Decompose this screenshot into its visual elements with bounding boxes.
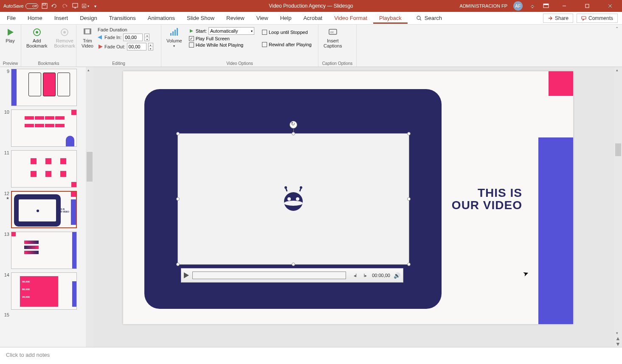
- comments-label: Comments: [588, 15, 613, 21]
- player-timeline[interactable]: [192, 272, 346, 279]
- tab-transitions[interactable]: Transitions: [103, 13, 142, 23]
- player-step-forward-button[interactable]: I▸: [362, 273, 369, 278]
- start-icon: [189, 29, 194, 33]
- video-object[interactable]: [177, 133, 409, 265]
- tab-acrobat[interactable]: Acrobat: [297, 13, 328, 23]
- rewind-checkbox[interactable]: [262, 42, 267, 47]
- coming-soon-icon[interactable]: [529, 2, 536, 10]
- add-bookmark-button[interactable]: Add Bookmark: [24, 26, 50, 49]
- thumb-number: 10: [3, 109, 9, 115]
- slide-canvas[interactable]: THIS IS OUR VIDEO: [123, 71, 573, 324]
- scroll-handle[interactable]: [615, 143, 621, 156]
- thumb-scrollbar[interactable]: ▴: [86, 67, 93, 347]
- volume-button[interactable]: Volume ▾: [164, 26, 185, 49]
- tab-video-format[interactable]: Video Format: [328, 13, 373, 23]
- thumb-9[interactable]: 9: [0, 67, 93, 108]
- trim-video-button[interactable]: Trim Video: [79, 26, 96, 49]
- hide-while-not-playing-checkbox[interactable]: [189, 42, 194, 48]
- tab-review[interactable]: Review: [220, 13, 250, 23]
- collapse-ribbon-icon[interactable]: ⌃: [615, 26, 619, 31]
- thumb-number: 12: [3, 191, 9, 196]
- thumb-preview: [11, 69, 77, 106]
- thumb-number: 15: [3, 312, 9, 317]
- animation-indicator-icon: ★: [6, 196, 9, 200]
- fade-out-spinner[interactable]: ▴▾: [148, 43, 153, 50]
- tab-animations[interactable]: Animations: [142, 13, 181, 23]
- tab-design[interactable]: Design: [74, 13, 103, 23]
- ribbon-mode-icon[interactable]: [542, 2, 550, 10]
- start-select[interactable]: Automatically ▾: [208, 27, 254, 35]
- notes-pane[interactable]: Click to add notes: [0, 347, 622, 364]
- play-full-screen-checkbox[interactable]: ✓: [189, 36, 194, 41]
- trim-video-icon: [82, 27, 93, 37]
- minimize-button[interactable]: [556, 0, 573, 12]
- thumb-scroll-handle[interactable]: [87, 152, 93, 182]
- svg-text:A: A: [83, 5, 85, 8]
- tab-slideshow[interactable]: Slide Show: [181, 13, 220, 23]
- slide-title-text[interactable]: THIS IS OUR VIDEO: [452, 187, 522, 212]
- player-volume-icon[interactable]: 🔊: [394, 272, 400, 279]
- selection-handle[interactable]: [292, 263, 295, 266]
- thumb-11[interactable]: 11: [0, 148, 93, 189]
- selection-handle[interactable]: [407, 132, 411, 135]
- start-label: Start:: [196, 28, 207, 34]
- svg-rect-20: [84, 29, 85, 34]
- close-button[interactable]: [602, 0, 619, 12]
- thumb-15[interactable]: 15: [0, 311, 93, 319]
- selection-handle[interactable]: [176, 197, 180, 201]
- thumb-preview: [11, 150, 77, 188]
- svg-rect-8: [585, 4, 589, 8]
- tab-view[interactable]: View: [250, 13, 274, 23]
- notes-placeholder: Click to add notes: [6, 352, 50, 358]
- loop-checkbox[interactable]: [262, 30, 267, 35]
- thumb-10[interactable]: 10: [0, 108, 93, 148]
- thumb-12[interactable]: 12 ★ THIS ISOUR VIDEO: [0, 189, 93, 230]
- share-label: Share: [555, 15, 569, 21]
- fade-in-input[interactable]: [123, 34, 143, 41]
- insert-captions-button[interactable]: cc Insert Captions: [321, 26, 344, 49]
- save-icon[interactable]: [41, 2, 48, 10]
- share-icon: [548, 16, 553, 21]
- fade-in-spinner[interactable]: ▴▾: [144, 34, 149, 41]
- play-button[interactable]: Play: [3, 26, 18, 44]
- player-play-button[interactable]: [184, 272, 189, 278]
- tab-file[interactable]: File: [1, 13, 22, 23]
- svg-rect-26: [174, 30, 176, 36]
- selection-handle[interactable]: [407, 197, 411, 201]
- search-button[interactable]: Search: [416, 15, 442, 21]
- redo-icon[interactable]: [61, 2, 69, 10]
- selection-handle[interactable]: [176, 132, 180, 135]
- thumb-13[interactable]: 13: [0, 230, 93, 271]
- thumb-number: 9: [3, 69, 9, 74]
- title-line-1: THIS IS: [452, 187, 522, 199]
- undo-icon[interactable]: [51, 2, 59, 10]
- share-button[interactable]: Share: [543, 14, 573, 23]
- autosave-toggle[interactable]: AutoSave Off: [3, 3, 38, 9]
- rotate-handle[interactable]: [290, 121, 297, 129]
- player-step-back-button[interactable]: ◂I: [352, 273, 359, 278]
- maximize-button[interactable]: [579, 0, 596, 12]
- editor-scrollbar-v[interactable]: ▴ ▾ ⯅ ⯆: [614, 67, 622, 347]
- rewind-label: Rewind after Playing: [269, 42, 312, 47]
- fade-out-input[interactable]: [127, 43, 146, 50]
- svg-line-12: [420, 19, 421, 20]
- tab-home[interactable]: Home: [22, 13, 48, 23]
- accessibility-icon[interactable]: A ▾: [82, 2, 89, 10]
- qat-dropdown-icon[interactable]: ▾: [92, 2, 99, 10]
- loop-label: Loop until Stopped: [269, 30, 308, 35]
- selection-handle[interactable]: [292, 132, 295, 135]
- fade-duration-label: Fade Duration: [98, 27, 153, 32]
- fade-out-icon: [98, 45, 103, 49]
- tab-insert[interactable]: Insert: [48, 13, 74, 23]
- comments-button[interactable]: Comments: [577, 14, 618, 23]
- tab-playback[interactable]: Playback: [373, 13, 408, 24]
- tab-help[interactable]: Help: [274, 13, 298, 23]
- selection-handle[interactable]: [176, 263, 180, 266]
- thumb-14[interactable]: 14 50,00080,00020,000: [0, 271, 93, 311]
- robot-logo-icon: [276, 182, 310, 216]
- present-from-start-icon[interactable]: [71, 2, 79, 10]
- selection-handle[interactable]: [407, 263, 411, 266]
- fade-out-label: Fade Out:: [104, 44, 125, 49]
- avatar[interactable]: AF: [513, 1, 523, 11]
- account-name[interactable]: ADMINISTRACION FP: [460, 3, 507, 8]
